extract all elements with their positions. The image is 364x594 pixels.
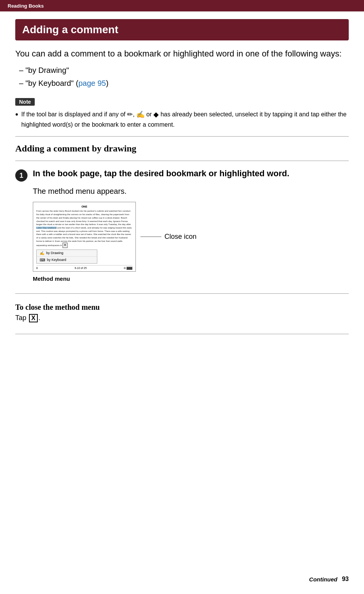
pen-icon: ✍ xyxy=(136,109,145,120)
book-footer-center: 9-10 of 25 xyxy=(75,267,87,269)
illustration-wrapper: ONE From across the aisle Harry Bosch lo… xyxy=(33,202,349,271)
page-number: 93 xyxy=(342,576,349,583)
book-page-header: ONE xyxy=(36,205,132,208)
main-content: Adding a comment You can add a comment t… xyxy=(0,19,364,356)
note-label: Note xyxy=(15,98,35,106)
pencil-icon: ✏ xyxy=(127,109,133,120)
divider-4 xyxy=(15,334,349,334)
step-1-sub-text: The method menu appears. xyxy=(33,187,349,196)
page-footer: Continued 93 xyxy=(309,576,349,583)
context-menu-item-drawing[interactable]: ✍ by Drawing xyxy=(37,250,97,257)
book-footer-left: 8 xyxy=(36,267,38,269)
header-bar: Reading Books xyxy=(0,0,364,11)
note-content: • If the tool bar is displayed and if an… xyxy=(15,109,349,130)
intro-paragraph: You can add a comment to a bookmark or h… xyxy=(15,48,349,60)
context-menu: ✍ by Drawing ⌨ by Keyboard xyxy=(36,250,97,264)
step-1-container: 1 In the book page, tap the desired book… xyxy=(15,168,349,182)
note-text: If the tool bar is displayed and if any … xyxy=(21,109,349,130)
intro-item-1: – "by Drawing" xyxy=(19,64,349,77)
drawing-icon: ✍ xyxy=(40,251,44,255)
close-icon-label: Close icon xyxy=(164,233,196,241)
context-menu-item-keyboard[interactable]: ⌨ by Keyboard xyxy=(37,257,97,263)
close-x-icon-inline[interactable]: ✕ xyxy=(63,243,68,248)
diamond-icon: ◆ xyxy=(153,109,159,120)
method-menu-label: Method menu xyxy=(33,275,349,282)
keyboard-icon: ⌨ xyxy=(40,258,45,262)
book-footer-icons: ⊖ ▓▓▓ xyxy=(124,267,132,270)
divider-2 xyxy=(15,161,349,161)
page-95-link[interactable]: page 95 xyxy=(78,79,106,87)
book-page: ONE From across the aisle Harry Bosch lo… xyxy=(33,202,136,271)
header-label: Reading Books xyxy=(8,3,44,9)
main-title: Adding a comment xyxy=(22,24,342,36)
note-box: Note • If the tool bar is displayed and … xyxy=(15,98,349,130)
divider-3 xyxy=(15,293,349,294)
section-title-box: Adding a comment xyxy=(15,19,349,40)
close-icon-annotation: Close icon xyxy=(140,233,196,241)
highlighted-word: Labor Day weekend xyxy=(36,227,56,229)
step-1-text: In the book page, tap the desired bookma… xyxy=(33,168,289,179)
note-bullet: • xyxy=(15,109,18,119)
intro-item-2: – "by Keyboard" (page 95) xyxy=(19,77,349,90)
close-instruction: Tap X. xyxy=(15,314,349,322)
divider-1 xyxy=(15,136,349,137)
to-close-heading: To close the method menu xyxy=(15,303,349,312)
step-number-1: 1 xyxy=(15,169,27,182)
sub-section-heading: Adding a comment by drawing xyxy=(15,143,349,154)
continued-text: Continued xyxy=(309,576,337,583)
book-footer: 8 9-10 of 25 ⊖ ▓▓▓ xyxy=(36,265,132,270)
book-page-body: From across the aisle Harry Bosch looked… xyxy=(36,209,132,248)
annotation-line xyxy=(140,237,161,237)
x-box[interactable]: X xyxy=(29,314,38,322)
intro-list: – "by Drawing" – "by Keyboard" (page 95) xyxy=(19,64,349,90)
